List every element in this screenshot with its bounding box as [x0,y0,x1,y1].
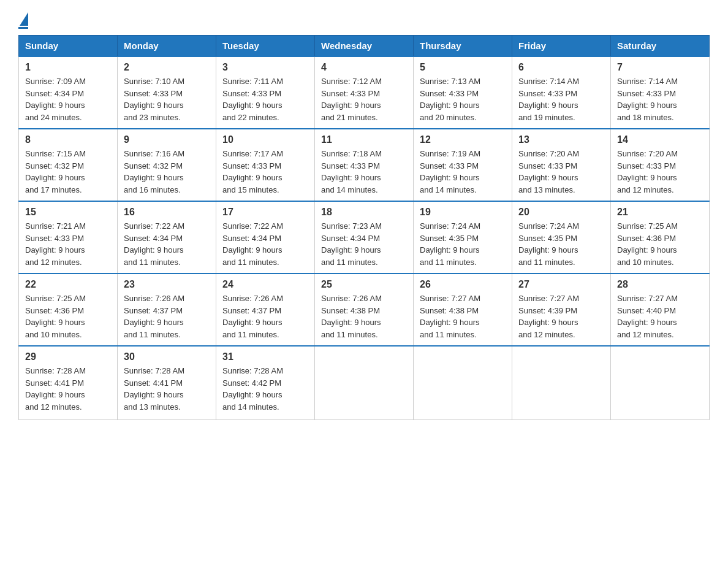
day-number: 4 [321,62,407,73]
day-cell: 18 Sunrise: 7:23 AM Sunset: 4:34 PM Dayl… [315,201,414,274]
day-number: 30 [124,351,210,362]
day-info: Sunrise: 7:14 AM Sunset: 4:33 PM Dayligh… [518,75,604,123]
week-row-3: 15 Sunrise: 7:21 AM Sunset: 4:33 PM Dayl… [19,201,710,274]
day-cell [414,346,512,419]
calendar-body: 1 Sunrise: 7:09 AM Sunset: 4:34 PM Dayli… [19,56,710,419]
day-number: 14 [617,134,703,145]
day-info: Sunrise: 7:18 AM Sunset: 4:33 PM Dayligh… [321,148,407,196]
day-number: 22 [25,279,111,290]
day-number: 15 [25,207,111,218]
day-info: Sunrise: 7:16 AM Sunset: 4:32 PM Dayligh… [124,148,210,196]
header-cell-tuesday: Tuesday [216,36,315,57]
day-number: 18 [321,207,407,218]
day-cell: 1 Sunrise: 7:09 AM Sunset: 4:34 PM Dayli… [19,56,118,129]
day-number: 23 [124,279,210,290]
day-number: 26 [420,279,506,290]
day-number: 3 [222,62,308,73]
day-cell: 15 Sunrise: 7:21 AM Sunset: 4:33 PM Dayl… [19,201,118,274]
day-info: Sunrise: 7:15 AM Sunset: 4:32 PM Dayligh… [25,148,111,196]
day-info: Sunrise: 7:25 AM Sunset: 4:36 PM Dayligh… [25,293,111,340]
day-number: 27 [518,279,604,290]
day-cell: 25 Sunrise: 7:26 AM Sunset: 4:38 PM Dayl… [315,274,414,346]
day-number: 29 [25,351,111,362]
day-info: Sunrise: 7:27 AM Sunset: 4:38 PM Dayligh… [420,293,506,340]
day-cell: 31 Sunrise: 7:28 AM Sunset: 4:42 PM Dayl… [216,346,315,419]
day-info: Sunrise: 7:28 AM Sunset: 4:42 PM Dayligh… [222,365,308,413]
day-cell: 4 Sunrise: 7:12 AM Sunset: 4:33 PM Dayli… [315,56,414,129]
day-info: Sunrise: 7:27 AM Sunset: 4:40 PM Dayligh… [617,293,703,340]
day-cell: 8 Sunrise: 7:15 AM Sunset: 4:32 PM Dayli… [19,129,118,201]
header-cell-wednesday: Wednesday [315,36,414,57]
day-cell: 21 Sunrise: 7:25 AM Sunset: 4:36 PM Dayl… [611,201,710,274]
day-number: 13 [518,134,604,145]
header-cell-thursday: Thursday [414,36,512,57]
day-cell: 17 Sunrise: 7:22 AM Sunset: 4:34 PM Dayl… [216,201,315,274]
day-info: Sunrise: 7:28 AM Sunset: 4:41 PM Dayligh… [25,365,111,413]
week-row-4: 22 Sunrise: 7:25 AM Sunset: 4:36 PM Dayl… [19,274,710,346]
day-number: 1 [25,62,111,73]
day-cell: 13 Sunrise: 7:20 AM Sunset: 4:33 PM Dayl… [512,129,611,201]
day-cell: 28 Sunrise: 7:27 AM Sunset: 4:40 PM Dayl… [611,274,710,346]
day-cell: 23 Sunrise: 7:26 AM Sunset: 4:37 PM Dayl… [118,274,216,346]
day-cell: 26 Sunrise: 7:27 AM Sunset: 4:38 PM Dayl… [414,274,512,346]
day-info: Sunrise: 7:27 AM Sunset: 4:39 PM Dayligh… [518,293,604,340]
day-cell: 9 Sunrise: 7:16 AM Sunset: 4:32 PM Dayli… [118,129,216,201]
day-cell: 6 Sunrise: 7:14 AM Sunset: 4:33 PM Dayli… [512,56,611,129]
day-info: Sunrise: 7:22 AM Sunset: 4:34 PM Dayligh… [124,220,210,268]
day-info: Sunrise: 7:21 AM Sunset: 4:33 PM Dayligh… [25,220,111,268]
header-row: SundayMondayTuesdayWednesdayThursdayFrid… [19,36,710,57]
day-info: Sunrise: 7:14 AM Sunset: 4:33 PM Dayligh… [617,75,703,123]
day-cell: 20 Sunrise: 7:24 AM Sunset: 4:35 PM Dayl… [512,201,611,274]
day-cell: 19 Sunrise: 7:24 AM Sunset: 4:35 PM Dayl… [414,201,512,274]
day-info: Sunrise: 7:17 AM Sunset: 4:33 PM Dayligh… [222,148,308,196]
day-cell: 11 Sunrise: 7:18 AM Sunset: 4:33 PM Dayl… [315,129,414,201]
logo-triangle-icon [20,12,28,26]
day-cell: 30 Sunrise: 7:28 AM Sunset: 4:41 PM Dayl… [118,346,216,419]
day-number: 28 [617,279,703,290]
day-info: Sunrise: 7:09 AM Sunset: 4:34 PM Dayligh… [25,75,111,123]
day-number: 16 [124,207,210,218]
day-number: 5 [420,62,506,73]
day-number: 9 [124,134,210,145]
day-cell: 24 Sunrise: 7:26 AM Sunset: 4:37 PM Dayl… [216,274,315,346]
day-cell: 2 Sunrise: 7:10 AM Sunset: 4:33 PM Dayli… [118,56,216,129]
day-number: 6 [518,62,604,73]
day-number: 7 [617,62,703,73]
day-info: Sunrise: 7:23 AM Sunset: 4:34 PM Dayligh… [321,220,407,268]
day-number: 31 [222,351,308,362]
day-info: Sunrise: 7:26 AM Sunset: 4:37 PM Dayligh… [222,293,308,340]
day-number: 24 [222,279,308,290]
day-cell: 16 Sunrise: 7:22 AM Sunset: 4:34 PM Dayl… [118,201,216,274]
day-info: Sunrise: 7:10 AM Sunset: 4:33 PM Dayligh… [124,75,210,123]
day-number: 11 [321,134,407,145]
day-cell [315,346,414,419]
day-info: Sunrise: 7:13 AM Sunset: 4:33 PM Dayligh… [420,75,506,123]
calendar-header: SundayMondayTuesdayWednesdayThursdayFrid… [19,36,710,57]
week-row-1: 1 Sunrise: 7:09 AM Sunset: 4:34 PM Dayli… [19,56,710,129]
day-cell: 22 Sunrise: 7:25 AM Sunset: 4:36 PM Dayl… [19,274,118,346]
day-info: Sunrise: 7:24 AM Sunset: 4:35 PM Dayligh… [420,220,506,268]
logo [18,12,28,29]
week-row-5: 29 Sunrise: 7:28 AM Sunset: 4:41 PM Dayl… [19,346,710,419]
day-info: Sunrise: 7:12 AM Sunset: 4:33 PM Dayligh… [321,75,407,123]
day-cell [611,346,710,419]
day-number: 21 [617,207,703,218]
day-cell: 10 Sunrise: 7:17 AM Sunset: 4:33 PM Dayl… [216,129,315,201]
day-number: 17 [222,207,308,218]
day-info: Sunrise: 7:28 AM Sunset: 4:41 PM Dayligh… [124,365,210,413]
day-cell: 14 Sunrise: 7:20 AM Sunset: 4:33 PM Dayl… [611,129,710,201]
calendar-table: SundayMondayTuesdayWednesdayThursdayFrid… [18,35,710,420]
header-cell-monday: Monday [118,36,216,57]
day-cell: 5 Sunrise: 7:13 AM Sunset: 4:33 PM Dayli… [414,56,512,129]
day-info: Sunrise: 7:11 AM Sunset: 4:33 PM Dayligh… [222,75,308,123]
header-cell-saturday: Saturday [611,36,710,57]
day-info: Sunrise: 7:20 AM Sunset: 4:33 PM Dayligh… [518,148,604,196]
day-number: 10 [222,134,308,145]
day-number: 25 [321,279,407,290]
week-row-2: 8 Sunrise: 7:15 AM Sunset: 4:32 PM Dayli… [19,129,710,201]
day-number: 2 [124,62,210,73]
day-number: 12 [420,134,506,145]
day-cell: 29 Sunrise: 7:28 AM Sunset: 4:41 PM Dayl… [19,346,118,419]
day-info: Sunrise: 7:22 AM Sunset: 4:34 PM Dayligh… [222,220,308,268]
page-header [18,12,710,29]
